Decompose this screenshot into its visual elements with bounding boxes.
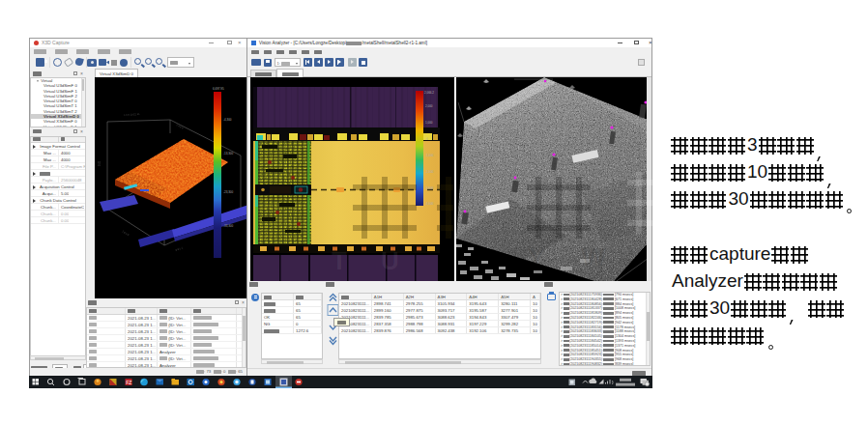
svg-text:-3,000: -3,000 bbox=[425, 186, 434, 190]
svg-text:1,000: 1,000 bbox=[425, 121, 433, 125]
svg-text:2,066.2: 2,066.2 bbox=[424, 91, 434, 95]
svg-text:-0: -0 bbox=[425, 137, 428, 141]
svg-text:0 0.5 1: 0 0.5 1 bbox=[175, 245, 184, 252]
svg-text:FZ: FZ bbox=[126, 380, 131, 385]
svg-text:-33,300: -33,300 bbox=[223, 224, 234, 228]
svg-text:0 40: 0 40 bbox=[98, 160, 101, 166]
svg-text:-4,000: -4,000 bbox=[425, 202, 434, 206]
svg-text:-4,300: -4,300 bbox=[223, 118, 232, 122]
svg-text:6,697.95: 6,697.95 bbox=[213, 87, 224, 91]
svg-text:4 6 8 10 12 14: 4 6 8 10 12 14 bbox=[124, 112, 140, 117]
svg-text:-2,000: -2,000 bbox=[425, 170, 434, 174]
svg-text:2 4 6 8: 2 4 6 8 bbox=[176, 123, 185, 129]
svg-text:2,000: 2,000 bbox=[425, 104, 433, 108]
svg-text:-1,000: -1,000 bbox=[425, 154, 434, 157]
svg-text:-23,300: -23,300 bbox=[223, 190, 234, 194]
svg-text:1 0.5 0: 1 0.5 0 bbox=[121, 229, 130, 237]
svg-text:-13,300: -13,300 bbox=[223, 152, 234, 155]
